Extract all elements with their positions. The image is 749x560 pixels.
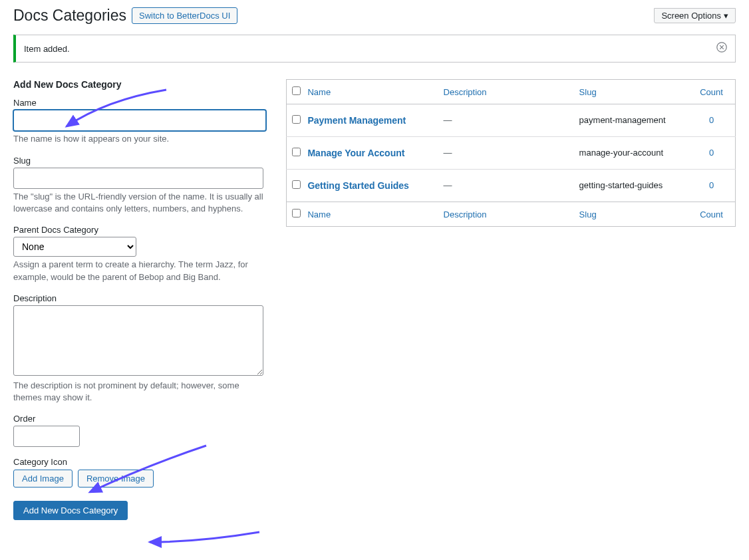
order-input[interactable] [13, 426, 80, 447]
row-description: — [444, 180, 452, 190]
row-name-link[interactable]: Manage Your Account [307, 148, 404, 158]
row-count-link[interactable]: 0 [709, 148, 714, 158]
row-description: — [444, 115, 452, 125]
name-input[interactable] [13, 110, 266, 131]
submit-button[interactable]: Add New Docs Category [13, 501, 128, 520]
name-help: The name is how it appears on your site. [13, 133, 266, 145]
col-description-top[interactable]: Description [444, 87, 487, 97]
row-name-link[interactable]: Payment Management [307, 115, 406, 126]
table-row: Getting Started Guides — getting-started… [287, 170, 736, 202]
switch-ui-button[interactable]: Switch to BetterDocs UI [132, 7, 237, 24]
remove-image-button[interactable]: Remove Image [78, 470, 154, 488]
row-count-link[interactable]: 0 [709, 115, 714, 125]
description-help: The description is not prominent by defa… [13, 380, 266, 404]
icon-label: Category Icon [13, 457, 266, 467]
close-icon[interactable] [716, 42, 727, 55]
notice-text: Item added. [24, 44, 70, 54]
description-label: Description [13, 293, 266, 303]
row-slug: manage-your-account [579, 148, 663, 158]
form-heading: Add New Docs Category [13, 79, 266, 90]
order-label: Order [13, 414, 266, 424]
page-title: Docs Categories [13, 7, 126, 25]
table-row: Manage Your Account — manage-your-accoun… [287, 137, 736, 170]
col-description-bottom[interactable]: Description [444, 210, 487, 219]
col-count-top[interactable]: Count [700, 87, 723, 97]
row-slug: payment-management [579, 115, 666, 125]
add-image-button[interactable]: Add Image [13, 470, 73, 488]
parent-select[interactable]: None [13, 237, 136, 257]
name-label: Name [13, 98, 266, 108]
col-slug-bottom[interactable]: Slug [579, 210, 597, 219]
row-checkbox[interactable] [292, 180, 301, 189]
col-count-bottom[interactable]: Count [700, 210, 723, 219]
row-checkbox[interactable] [292, 115, 301, 124]
parent-help: Assign a parent term to create a hierarc… [13, 259, 266, 283]
col-name-top[interactable]: Name [307, 87, 331, 97]
description-textarea[interactable] [13, 305, 263, 376]
col-slug-top[interactable]: Slug [579, 87, 597, 97]
screen-options-label: Screen Options [661, 11, 721, 21]
slug-help: The "slug" is the URL-friendly version o… [13, 191, 266, 215]
select-all-bottom[interactable] [292, 209, 301, 217]
parent-label: Parent Docs Category [13, 225, 266, 235]
screen-options-toggle[interactable]: Screen Options ▾ [654, 8, 736, 23]
col-name-bottom[interactable]: Name [307, 210, 331, 219]
row-count-link[interactable]: 0 [709, 180, 714, 190]
row-name-link[interactable]: Getting Started Guides [307, 180, 408, 191]
slug-label: Slug [13, 156, 266, 166]
table-row: Payment Management — payment-management … [287, 104, 736, 137]
categories-table: Name Description Slug Count Payment Mana… [286, 79, 736, 227]
chevron-down-icon: ▾ [724, 11, 728, 21]
slug-input[interactable] [13, 168, 263, 189]
select-all-top[interactable] [292, 86, 301, 95]
row-checkbox[interactable] [292, 148, 301, 156]
row-slug: getting-started-guides [579, 180, 663, 190]
notice: Item added. [13, 35, 736, 63]
row-description: — [444, 148, 452, 158]
